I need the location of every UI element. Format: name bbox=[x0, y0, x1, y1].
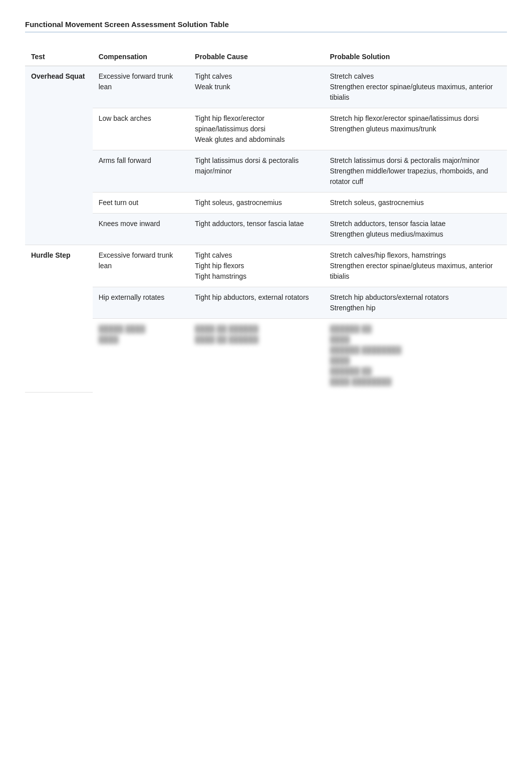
table-row: Hip externally rotatesTight hip abductor… bbox=[25, 287, 507, 319]
cell-cause: Tight hip flexor/erector spinae/latissim… bbox=[189, 108, 324, 150]
cell-compensation: Excessive forward trunk lean bbox=[93, 66, 189, 108]
cell-compensation: Excessive forward trunk lean bbox=[93, 245, 189, 287]
page-title: Functional Movement Screen Assessment So… bbox=[25, 20, 507, 33]
cell-test: Hurdle Step bbox=[25, 245, 93, 393]
header-cause: Probable Cause bbox=[189, 48, 324, 66]
cell-solution: ██████ ██ ████ ██████ ████████ ████ ████… bbox=[324, 319, 507, 393]
cell-solution: Stretch soleus, gastrocnemius bbox=[324, 192, 507, 214]
table-row: Low back archesTight hip flexor/erector … bbox=[25, 108, 507, 150]
header-test: Test bbox=[25, 48, 93, 66]
cell-test: Overhead Squat bbox=[25, 66, 93, 245]
cell-compensation: Low back arches bbox=[93, 108, 189, 150]
table-header-row: Test Compensation Probable Cause Probabl… bbox=[25, 48, 507, 66]
table-row: █████ ████ ████████ ██ ██████ ████ ██ ██… bbox=[25, 319, 507, 393]
cell-compensation: Feet turn out bbox=[93, 192, 189, 214]
assessment-table: Test Compensation Probable Cause Probabl… bbox=[25, 48, 507, 393]
cell-compensation: Knees move inward bbox=[93, 214, 189, 245]
cell-solution: Stretch calves Strengthen erector spinae… bbox=[324, 66, 507, 108]
cell-cause: Tight adductors, tensor fascia latae bbox=[189, 214, 324, 245]
cell-compensation: Arms fall forward bbox=[93, 150, 189, 192]
cell-solution: Stretch hip flexor/erector spinae/latiss… bbox=[324, 108, 507, 150]
header-solution: Probable Solution bbox=[324, 48, 507, 66]
cell-solution: Stretch calves/hip flexors, hamstrings S… bbox=[324, 245, 507, 287]
cell-solution: Stretch hip abductors/external rotators … bbox=[324, 287, 507, 319]
cell-solution: Stretch latissimus dorsi & pectoralis ma… bbox=[324, 150, 507, 192]
cell-cause: Tight soleus, gastrocnemius bbox=[189, 192, 324, 214]
table-row: Hurdle StepExcessive forward trunk leanT… bbox=[25, 245, 507, 287]
table-row: Overhead SquatExcessive forward trunk le… bbox=[25, 66, 507, 108]
cell-solution: Stretch adductors, tensor fascia latae S… bbox=[324, 214, 507, 245]
table-row: Feet turn outTight soleus, gastrocnemius… bbox=[25, 192, 507, 214]
table-row: Knees move inwardTight adductors, tensor… bbox=[25, 214, 507, 245]
cell-cause: Tight calves Tight hip flexors Tight ham… bbox=[189, 245, 324, 287]
cell-compensation: █████ ████ ████ bbox=[93, 319, 189, 393]
cell-cause: ████ ██ ██████ ████ ██ ██████ bbox=[189, 319, 324, 393]
cell-cause: Tight calves Weak trunk bbox=[189, 66, 324, 108]
cell-cause: Tight hip abductors, external rotators bbox=[189, 287, 324, 319]
table-row: Arms fall forwardTight latissimus dorsi … bbox=[25, 150, 507, 192]
cell-compensation: Hip externally rotates bbox=[93, 287, 189, 319]
header-compensation: Compensation bbox=[93, 48, 189, 66]
cell-cause: Tight latissimus dorsi & pectoralis majo… bbox=[189, 150, 324, 192]
